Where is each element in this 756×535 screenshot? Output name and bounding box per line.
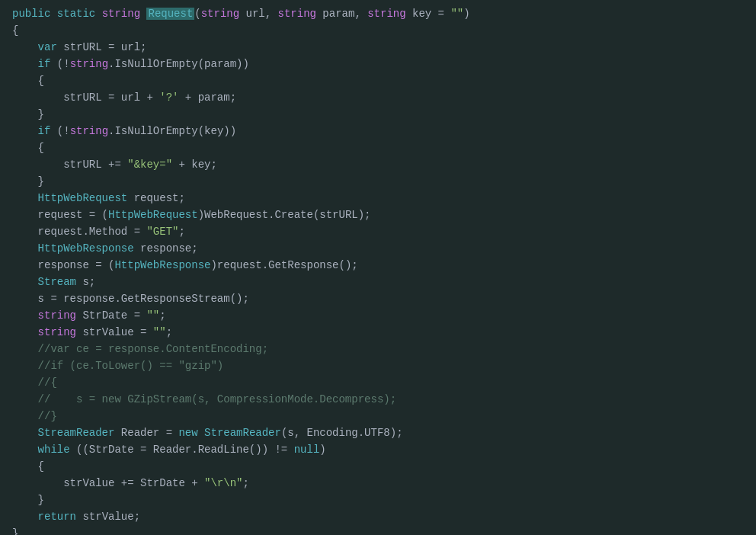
line-content: response = (HttpWebResponse)request.GetR… xyxy=(12,258,744,274)
token-type: HttpWebResponse xyxy=(38,242,134,255)
token-plain xyxy=(12,192,38,204)
token-plain: strValue; xyxy=(76,511,140,523)
code-editor: public static string Request(string url,… xyxy=(0,0,756,535)
token-plain xyxy=(12,326,38,338)
token-plain xyxy=(95,8,101,20)
token-plain: response = ( xyxy=(12,259,114,271)
code-line: HttpWebResponse response; xyxy=(0,241,756,258)
token-plain: { xyxy=(12,142,44,154)
code-line: public static string Request(string url,… xyxy=(0,6,756,23)
token-plain: ; xyxy=(159,309,165,322)
token-plain: ; xyxy=(178,226,184,238)
token-plain xyxy=(12,125,38,137)
token-type: HttpWebRequest xyxy=(38,192,128,204)
token-plain: ) xyxy=(319,444,325,456)
token-plain: request = ( xyxy=(12,209,108,221)
token-plain: strValue = xyxy=(76,326,153,338)
line-content: { xyxy=(12,73,744,89)
token-plain xyxy=(12,41,38,53)
line-content: //var ce = response.ContentEncoding; xyxy=(12,341,744,357)
token-comment: // s = new GZipStream(s, CompressionMode… xyxy=(12,393,396,405)
token-str: "&key=" xyxy=(127,159,172,171)
line-content: string strValue = ""; xyxy=(12,325,744,341)
token-type: StreamReader xyxy=(38,427,115,439)
code-line: response = (HttpWebResponse)request.GetR… xyxy=(0,258,756,274)
token-plain xyxy=(12,511,38,523)
code-line: request = (HttpWebRequest)WebRequest.Cre… xyxy=(0,207,756,224)
token-plain: strURL = url; xyxy=(57,41,147,53)
token-highlight: Request xyxy=(146,8,194,20)
token-str: "GET" xyxy=(146,226,178,238)
code-line: if (!string.IsNullOrEmpty(key)) xyxy=(0,123,756,140)
line-content: } xyxy=(12,107,744,123)
token-plain xyxy=(12,427,38,439)
token-kw2: string xyxy=(38,326,76,338)
token-plain: )WebRequest.Create(strURL); xyxy=(198,209,371,221)
code-line: strURL += "&key=" + key; xyxy=(0,157,756,174)
token-plain: response; xyxy=(134,242,198,255)
token-plain: s; xyxy=(76,276,95,288)
line-content: } xyxy=(12,492,744,508)
token-plain: request; xyxy=(127,192,185,204)
line-content: { xyxy=(12,23,744,39)
token-plain: .IsNullOrEmpty(key)) xyxy=(108,125,236,137)
line-content: string StrDate = ""; xyxy=(12,308,744,324)
code-line: Stream s; xyxy=(0,274,756,291)
code-line: strValue += StrDate + "\r\n"; xyxy=(0,476,756,492)
line-content: public static string Request(string url,… xyxy=(12,6,744,22)
token-plain: key = xyxy=(406,8,451,20)
code-line: { xyxy=(0,459,756,476)
code-line: { xyxy=(0,73,756,90)
token-plain xyxy=(50,8,56,20)
token-plain: { xyxy=(12,24,18,37)
token-plain: ; xyxy=(166,326,172,338)
token-str: "" xyxy=(450,8,463,20)
token-null-kw: null xyxy=(294,444,320,456)
token-kw: public xyxy=(12,8,50,20)
token-plain: ) xyxy=(463,8,469,20)
token-plain: ; xyxy=(242,477,248,489)
line-content: } xyxy=(12,526,744,535)
token-plain: ( xyxy=(194,8,200,20)
token-plain: { xyxy=(12,75,44,87)
token-plain xyxy=(198,427,204,439)
line-content: strURL += "&key=" + key; xyxy=(12,157,744,173)
token-plain: param, xyxy=(316,8,367,20)
token-plain: (! xyxy=(50,125,69,137)
token-kw2: string xyxy=(102,8,140,20)
token-plain: strValue += StrDate + xyxy=(12,477,204,489)
token-kw2: string xyxy=(38,309,76,322)
line-content: // s = new GZipStream(s, CompressionMode… xyxy=(12,392,744,408)
code-line: string strValue = ""; xyxy=(0,325,756,341)
token-kw2: string xyxy=(201,8,239,20)
token-str: "\r\n" xyxy=(204,477,242,489)
code-line: var strURL = url; xyxy=(0,40,756,56)
token-plain: } xyxy=(12,494,44,506)
token-plain xyxy=(12,309,38,322)
token-plain: Reader = xyxy=(114,427,178,439)
token-plain: StrDate = xyxy=(76,309,146,322)
token-plain: strURL += xyxy=(12,159,127,171)
token-plain: s = response.GetResponseStream(); xyxy=(12,293,249,305)
code-line: while ((StrDate = Reader.ReadLine()) != … xyxy=(0,442,756,459)
line-content: request.Method = "GET"; xyxy=(12,224,744,240)
line-content: return strValue; xyxy=(12,509,744,525)
code-line: request.Method = "GET"; xyxy=(0,224,756,241)
code-line: HttpWebRequest request; xyxy=(0,191,756,207)
line-content: var strURL = url; xyxy=(12,40,744,56)
code-line: if (!string.IsNullOrEmpty(param)) xyxy=(0,56,756,73)
token-kw2: string xyxy=(367,8,405,20)
token-plain: ((StrDate = Reader.ReadLine()) != xyxy=(70,444,294,456)
code-line: // s = new GZipStream(s, CompressionMode… xyxy=(0,392,756,408)
token-plain: } xyxy=(12,108,44,120)
token-plain xyxy=(12,58,38,70)
code-line: { xyxy=(0,140,756,157)
line-content: request = (HttpWebRequest)WebRequest.Cre… xyxy=(12,207,744,223)
token-comment: //} xyxy=(12,410,57,422)
code-line: { xyxy=(0,23,756,40)
line-content: //if (ce.ToLower() == "gzip") xyxy=(12,358,744,374)
line-content: strURL = url + '?' + param; xyxy=(12,90,744,106)
token-type: Stream xyxy=(38,276,76,288)
line-content: s = response.GetResponseStream(); xyxy=(12,291,744,307)
token-str: "" xyxy=(146,309,159,322)
